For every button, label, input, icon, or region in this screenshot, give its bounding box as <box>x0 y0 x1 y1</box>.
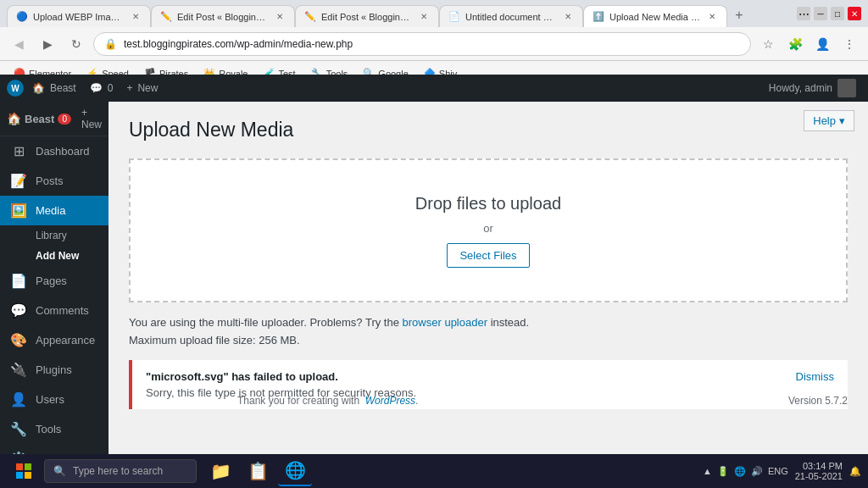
sidebar-item-media[interactable]: 🖼️ Media <box>0 196 108 225</box>
volume-icon: 🔊 <box>751 466 763 477</box>
browser-tab-2[interactable]: ✏️ Edit Post « Blogging Roya... ✕ <box>151 5 295 27</box>
tab-5-close[interactable]: ✕ <box>706 11 718 23</box>
lock-icon: 🔒 <box>104 38 117 50</box>
dashboard-icon: ⊞ <box>10 143 27 159</box>
users-icon: 👤 <box>10 391 27 408</box>
minimize-button[interactable]: ─ <box>814 7 827 20</box>
wp-logo[interactable]: W <box>7 80 24 97</box>
extensions-icon[interactable]: 🧩 <box>783 32 807 56</box>
help-button[interactable]: Help ▾ <box>804 110 854 131</box>
toolbar-actions: ☆ 🧩 👤 ⋮ <box>756 32 861 56</box>
profile-icon[interactable]: 👤 <box>810 32 834 56</box>
multi-file-uploader-info: You are using the multi-file uploader. P… <box>129 316 848 329</box>
media-icon: 🖼️ <box>10 202 27 219</box>
back-button[interactable]: ◀ <box>7 32 31 56</box>
sidebar-item-tools[interactable]: 🔧 Tools <box>0 414 108 444</box>
bookmark-star-icon[interactable]: ☆ <box>756 32 780 56</box>
tab-3-close[interactable]: ✕ <box>418 11 430 23</box>
browser-tab-3[interactable]: ✏️ Edit Post « Blogging Royal... ✕ <box>295 5 439 27</box>
sidebar-item-add-new[interactable]: Add New <box>25 246 108 266</box>
adminbar-new[interactable]: + New <box>121 75 163 102</box>
adminbar-new-label: New <box>137 82 158 94</box>
refresh-button[interactable]: ↻ <box>64 32 88 56</box>
select-files-button[interactable]: Select Files <box>447 243 529 268</box>
sidebar-item-plugins[interactable]: 🔌 Plugins <box>0 355 108 385</box>
close-button[interactable]: ✕ <box>848 7 861 20</box>
sidebar-item-pages[interactable]: 📄 Pages <box>0 266 108 296</box>
footer-version: Version 5.7.2 <box>788 395 848 407</box>
taskbar-file-explorer[interactable]: 📁 <box>203 456 237 486</box>
upload-drop-zone[interactable]: Drop files to upload or Select Files <box>129 158 848 302</box>
comments-icon: 💬 <box>10 302 27 319</box>
taskbar-search-placeholder: Type here to search <box>73 465 163 477</box>
settings-icon[interactable]: ⋯ <box>797 7 810 20</box>
sidebar-new-link[interactable]: + New <box>81 107 102 130</box>
taskbar-right: ▲ 🔋 🌐 🔊 ENG 03:14 PM 21-05-2021 🔔 <box>703 461 861 481</box>
max-upload-size: Maximum upload file size: 256 MB. <box>129 334 848 347</box>
taskbar-date: 21-05-2021 <box>795 471 843 481</box>
browser-tab-1[interactable]: 🔵 Upload WEBP Images in V... ✕ <box>7 5 151 27</box>
tab-1-close[interactable]: ✕ <box>130 11 142 23</box>
help-label: Help <box>813 114 836 127</box>
notification-icon[interactable]: 🔔 <box>849 466 861 477</box>
network-icon: 🌐 <box>734 466 746 477</box>
comment-bubble-icon: 💬 <box>90 82 103 94</box>
adminbar-howdy[interactable]: Howdy, admin <box>764 75 861 102</box>
sidebar-item-appearance[interactable]: 🎨 Appearance <box>0 325 108 355</box>
taskbar-search-bar[interactable]: 🔍 Type here to search <box>44 459 197 483</box>
sidebar-item-library[interactable]: Library <box>25 225 108 246</box>
taskbar: 🔍 Type here to search 📁 📋 🌐 ▲ 🔋 🌐 🔊 ENG <box>0 454 868 488</box>
tab-4-title: Untitled document – Goo... <box>465 12 557 22</box>
browser-uploader-link[interactable]: browser uploader <box>403 316 487 329</box>
search-icon: 🔍 <box>53 465 66 477</box>
tab-2-title: Edit Post « Blogging Roya... <box>177 12 269 22</box>
taskbar-app-2[interactable]: 📋 <box>241 456 275 486</box>
adminbar-site[interactable]: 🏠 Beast <box>27 75 81 102</box>
page-title: Upload New Media <box>129 119 848 141</box>
maximize-button[interactable]: □ <box>831 7 844 20</box>
sidebar-tools-label: Tools <box>36 423 61 435</box>
browser-tab-bar: 🔵 Upload WEBP Images in V... ✕ ✏️ Edit P… <box>0 0 868 27</box>
info-text-end: instead. <box>491 316 530 329</box>
battery-icon: 🔋 <box>717 466 729 477</box>
footer-credit: Thank you for creating with WordPress. <box>237 395 418 407</box>
adminbar-comments[interactable]: 💬 0 <box>85 75 119 102</box>
tab-4-close[interactable]: ✕ <box>562 11 574 23</box>
forward-button[interactable]: ▶ <box>36 32 59 56</box>
new-tab-button[interactable]: + <box>727 3 751 27</box>
taskbar-time-date: 03:14 PM 21-05-2021 <box>795 461 843 481</box>
taskbar-chrome[interactable]: 🌐 <box>278 456 312 486</box>
adminbar-comment-count: 0 <box>108 82 114 94</box>
address-bar[interactable]: 🔒 test.bloggingpirates.com/wp-admin/medi… <box>93 32 751 56</box>
tab-5-title: Upload New Media « Beas... <box>609 12 701 22</box>
browser-tab-4[interactable]: 📄 Untitled document – Goo... ✕ <box>439 5 583 27</box>
tab-4-favicon: 📄 <box>448 11 460 23</box>
sidebar-plugins-label: Plugins <box>36 363 72 376</box>
wp-footer: Thank you for creating with WordPress. V… <box>217 381 868 420</box>
sidebar-item-dashboard[interactable]: ⊞ Dashboard <box>0 136 108 166</box>
svg-rect-3 <box>25 472 31 479</box>
window-controls: ⋯ ─ □ ✕ <box>797 7 861 20</box>
tab-2-close[interactable]: ✕ <box>274 11 286 23</box>
browser-toolbar: ◀ ▶ ↻ 🔒 test.bloggingpirates.com/wp-admi… <box>0 27 868 61</box>
browser-tab-5[interactable]: ⬆️ Upload New Media « Beas... ✕ <box>583 5 727 27</box>
menu-icon[interactable]: ⋮ <box>837 32 861 56</box>
file-explorer-icon: 📁 <box>210 461 231 481</box>
sidebar-appearance-label: Appearance <box>36 334 95 347</box>
start-button[interactable] <box>7 458 41 485</box>
drop-files-text: Drop files to upload <box>415 194 561 214</box>
svg-rect-2 <box>16 472 23 479</box>
sidebar-item-posts[interactable]: 📝 Posts <box>0 166 108 196</box>
sidebar-dashboard-label: Dashboard <box>36 145 90 158</box>
sidebar-site-name: Beast <box>25 113 54 125</box>
sidebar-item-users[interactable]: 👤 Users <box>0 385 108 414</box>
upload-or-text: or <box>483 222 493 235</box>
sidebar-item-comments[interactable]: 💬 Comments <box>0 296 108 325</box>
sidebar-posts-label: Posts <box>36 175 64 187</box>
sidebar-item-settings[interactable]: ⚙️ Settings <box>0 444 108 454</box>
wordpress-link[interactable]: WordPress <box>365 395 415 407</box>
taskbar-time: 03:14 PM <box>795 461 843 471</box>
tab-3-title: Edit Post « Blogging Royal... <box>321 12 413 22</box>
taskbar-up-arrow[interactable]: ▲ <box>703 466 712 476</box>
svg-rect-1 <box>25 463 31 470</box>
